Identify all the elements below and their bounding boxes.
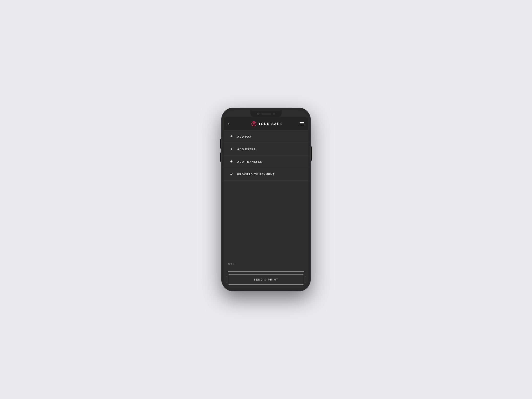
phone-device: ‹ TOUR SALE + ADD PAX (221, 108, 311, 291)
add-extra-item[interactable]: + ADD EXTRA (224, 143, 308, 155)
action-menu-list: + ADD PAX + ADD EXTRA + ADD TRANSFER ✓ P… (224, 130, 308, 181)
header-title-group: TOUR SALE (251, 121, 282, 126)
volume-down-button (220, 152, 221, 162)
hamburger-menu-button[interactable] (300, 122, 304, 125)
svg-point-1 (253, 123, 255, 125)
app-header: ‹ TOUR SALE (224, 117, 308, 130)
menu-line-2 (300, 124, 304, 124)
phone-notch (250, 111, 282, 117)
menu-line-1 (300, 122, 304, 123)
back-button[interactable]: ‹ (228, 121, 234, 126)
notes-field: Notes (228, 263, 304, 272)
proceed-payment-label: PROCEED TO PAYMENT (237, 173, 275, 176)
front-camera (257, 113, 259, 115)
add-pax-item[interactable]: + ADD PAX (224, 130, 308, 143)
sensor (273, 113, 275, 115)
checkmark-icon: ✓ (229, 172, 234, 177)
add-transfer-label: ADD TRANSFER (237, 160, 263, 163)
speaker (261, 113, 271, 115)
brand-logo-icon (251, 121, 257, 126)
back-icon: ‹ (228, 121, 229, 126)
add-pax-icon: + (229, 134, 234, 139)
volume-up-button (220, 139, 221, 149)
add-pax-label: ADD PAX (237, 135, 251, 138)
add-extra-icon: + (229, 147, 234, 152)
content-area: Notes SEND & PRINT (224, 181, 308, 288)
menu-line-3 (301, 125, 304, 125)
notes-input[interactable] (228, 266, 304, 272)
add-transfer-icon: + (229, 159, 234, 164)
send-print-button[interactable]: SEND & PRINT (228, 274, 304, 285)
add-transfer-item[interactable]: + ADD TRANSFER (224, 155, 308, 168)
proceed-payment-item[interactable]: ✓ PROCEED TO PAYMENT (224, 168, 308, 181)
notes-label: Notes (228, 263, 304, 266)
power-button (311, 146, 312, 161)
page-title: TOUR SALE (259, 122, 282, 126)
phone-screen: ‹ TOUR SALE + ADD PAX (224, 111, 308, 288)
add-extra-label: ADD EXTRA (237, 148, 256, 151)
